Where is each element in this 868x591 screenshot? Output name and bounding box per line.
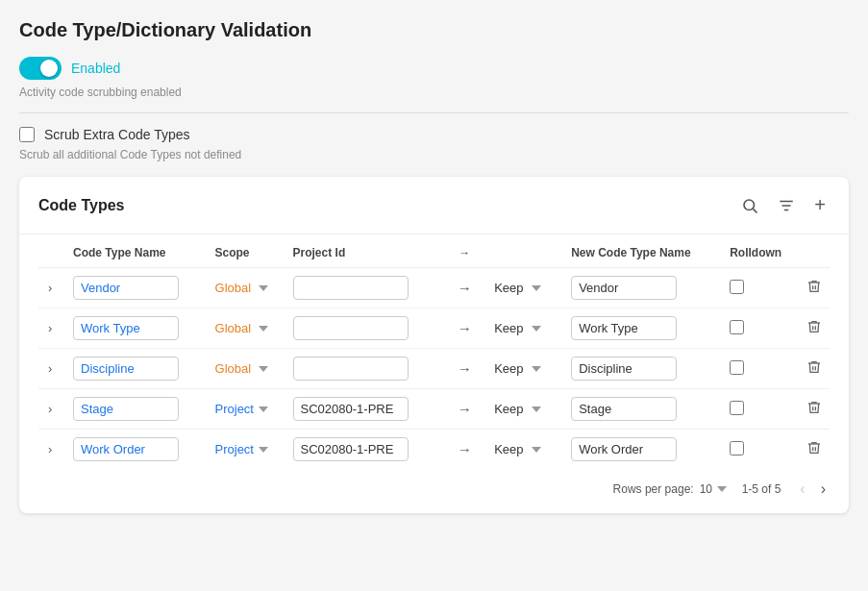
action-label: Keep — [494, 442, 523, 456]
scope-select[interactable]: Global Project — [215, 361, 268, 376]
delete-row-button[interactable] — [806, 319, 822, 338]
table-row: › Global Project → Keep Keep — [38, 268, 830, 308]
toggle-label: Enabled — [71, 61, 120, 76]
project-id-input[interactable] — [293, 316, 409, 340]
col-project-id: Project Id — [287, 234, 441, 268]
scope-select[interactable]: Global Project — [215, 281, 268, 295]
table-row: › Global Project → Keep Keep — [38, 308, 830, 349]
new-code-type-name-input[interactable] — [571, 357, 677, 381]
code-types-card: Code Types + Cod — [19, 177, 849, 513]
new-code-type-name-input[interactable] — [571, 316, 677, 340]
delete-row-button[interactable] — [806, 359, 822, 379]
new-code-type-name-input[interactable] — [571, 437, 677, 461]
table-row: › Global Project → Keep Keep — [38, 389, 830, 430]
delete-row-button[interactable] — [806, 440, 822, 459]
code-type-name-input[interactable] — [73, 357, 179, 381]
scope-select[interactable]: Global Project — [215, 402, 268, 416]
code-type-name-input[interactable] — [73, 437, 179, 461]
pagination-range: 1-5 of 5 — [742, 482, 781, 496]
enabled-toggle[interactable] — [19, 57, 62, 80]
action-label: Keep — [494, 321, 523, 335]
col-code-type-name: Code Type Name — [67, 234, 210, 268]
table-row: › Global Project → Keep Keep — [38, 430, 830, 470]
rolldown-checkbox[interactable] — [730, 360, 744, 375]
expand-row-button[interactable]: › — [44, 359, 56, 378]
project-id-input[interactable] — [293, 437, 409, 461]
col-scope: Scope — [210, 234, 287, 268]
add-button[interactable]: + — [810, 192, 830, 218]
project-id-input[interactable] — [293, 357, 409, 381]
project-id-input[interactable] — [293, 276, 409, 300]
arrow-indicator: → — [440, 268, 488, 308]
scrub-extra-subtitle: Scrub all additional Code Types not defi… — [19, 148, 849, 161]
rolldown-checkbox[interactable] — [730, 401, 744, 415]
action-label: Keep — [494, 281, 523, 295]
rows-per-page-select[interactable]: 10 25 50 — [700, 482, 727, 496]
filter-button[interactable] — [774, 195, 799, 216]
new-code-type-name-input[interactable] — [571, 397, 677, 421]
action-select[interactable]: Keep Map Remove — [528, 282, 541, 295]
code-types-table: Code Type Name Scope Project Id → New Co… — [38, 234, 830, 469]
card-header: Code Types + — [19, 177, 849, 234]
action-select[interactable]: Keep Map Remove — [528, 443, 541, 456]
toggle-subtitle: Activity code scrubbing enabled — [19, 86, 849, 99]
arrow-indicator: → — [440, 430, 488, 470]
rows-per-page-label: Rows per page: — [613, 482, 694, 496]
table-container: Code Type Name Scope Project Id → New Co… — [19, 234, 849, 469]
card-actions: + — [737, 192, 830, 218]
expand-row-button[interactable]: › — [44, 440, 56, 458]
action-label: Keep — [494, 402, 523, 416]
arrow-indicator: → — [440, 308, 488, 349]
pagination-nav: ‹ › — [796, 479, 830, 500]
svg-line-1 — [754, 209, 757, 212]
divider — [19, 112, 849, 113]
scope-select[interactable]: Global Project — [215, 442, 268, 456]
rolldown-checkbox[interactable] — [730, 320, 744, 334]
scrub-extra-checkbox[interactable] — [19, 127, 35, 142]
scrub-extra-label: Scrub Extra Code Types — [44, 127, 189, 142]
delete-row-button[interactable] — [806, 400, 822, 419]
code-type-name-input[interactable] — [73, 397, 179, 421]
svg-point-0 — [744, 200, 755, 210]
arrow-indicator: → — [440, 349, 488, 389]
expand-row-button[interactable]: › — [44, 319, 56, 337]
action-label: Keep — [494, 361, 523, 376]
expand-row-button[interactable]: › — [44, 279, 56, 297]
col-action — [488, 234, 565, 268]
arrow-indicator: → — [440, 389, 488, 430]
action-select[interactable]: Keep Map Remove — [528, 403, 541, 416]
rows-per-page-section: Rows per page: 10 25 50 — [613, 482, 727, 496]
expand-row-button[interactable]: › — [44, 400, 56, 418]
col-new-code-type-name: New Code Type Name — [565, 234, 724, 268]
prev-page-button[interactable]: ‹ — [796, 479, 808, 500]
search-button[interactable] — [737, 195, 762, 216]
table-row: › Global Project → Keep Keep — [38, 349, 830, 389]
code-type-name-input[interactable] — [73, 316, 179, 340]
delete-row-button[interactable] — [806, 279, 822, 298]
action-select[interactable]: Keep Map Remove — [528, 362, 541, 376]
page-title: Code Type/Dictionary Validation — [19, 19, 849, 41]
project-id-input[interactable] — [293, 397, 409, 421]
action-select[interactable]: Keep Map Remove — [528, 322, 541, 335]
new-code-type-name-input[interactable] — [571, 276, 677, 300]
code-type-name-input[interactable] — [73, 276, 179, 300]
col-arrow: → — [440, 234, 488, 268]
card-title: Code Types — [38, 197, 125, 214]
rolldown-checkbox[interactable] — [730, 441, 744, 456]
table-footer: Rows per page: 10 25 50 1-5 of 5 ‹ › — [19, 469, 849, 513]
next-page-button[interactable]: › — [817, 479, 830, 500]
scope-select[interactable]: Global Project — [215, 321, 268, 335]
rolldown-checkbox[interactable] — [730, 280, 744, 294]
col-rolldown: Rolldown — [724, 234, 801, 268]
